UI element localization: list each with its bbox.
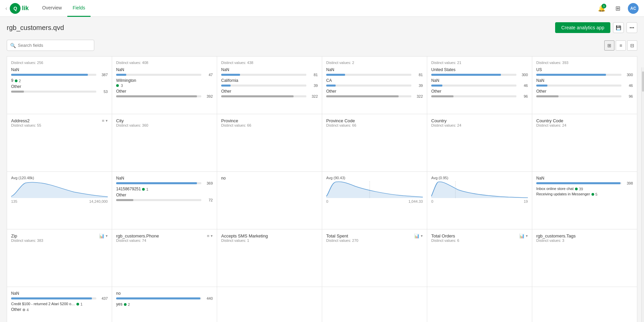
- field-distinct: Distinct values: 270: [326, 238, 358, 243]
- list-icon: ≡: [619, 43, 622, 48]
- field-card-empty-4: [532, 287, 637, 322]
- field-card-provincecode-top: Distinct values: 2 NaN 81 CA 39 Other: [322, 57, 427, 114]
- dist-range: 0 1,044.33: [326, 199, 423, 203]
- value-row: NaN 47: [116, 67, 213, 77]
- value-row: Wilmington 3: [116, 78, 213, 88]
- page-header-actions: Create analytics app 💾 •••: [555, 22, 637, 33]
- field-card-city-top: Distinct values: 408 NaN 47 Wilmington 3…: [112, 57, 217, 114]
- field-distinct: Distinct values: 55: [11, 123, 41, 127]
- field-card-note-values: NaN 437 Credit $100 - returned 2 Atari 5…: [7, 287, 112, 322]
- scrollbar-thumb[interactable]: [642, 71, 644, 92]
- value-row: United States 300: [431, 67, 528, 77]
- field-name: Province Code: [326, 118, 356, 123]
- tab-overview[interactable]: Overview: [37, 0, 67, 17]
- value-row: no 440: [116, 291, 213, 300]
- value-row: Other 96: [431, 89, 528, 98]
- field-distinct: Distinct values: 3: [536, 238, 576, 243]
- sort-icon[interactable]: ≡: [207, 233, 209, 238]
- value-row: NaN 437: [11, 291, 108, 300]
- field-distinct: Distinct values: 24: [431, 123, 461, 127]
- field-card-tags-header: rgb_customers.Tags Distinct values: 3: [532, 229, 637, 287]
- field-card-address2-header: Address2 Distinct values: 55 ≡ ▾: [7, 114, 112, 171]
- field-card-provincecode-header: Province Code Distinct values: 66: [322, 114, 427, 171]
- chart-icon[interactable]: 📊: [99, 233, 104, 238]
- field-distinct: Distinct values: 6: [431, 238, 459, 243]
- tab-fields[interactable]: Fields: [67, 0, 91, 17]
- chevron-down-icon[interactable]: ▾: [106, 234, 108, 238]
- create-analytics-app-button[interactable]: Create analytics app: [555, 22, 610, 33]
- chart-icon[interactable]: 📊: [519, 233, 524, 238]
- value-row: Inbox online store chat 39: [536, 187, 633, 191]
- field-card-totalspent-header: Total Spent Distinct values: 270 📊 ▾: [322, 229, 427, 287]
- scrollbar[interactable]: [641, 67, 644, 322]
- ellipsis-icon: •••: [630, 25, 634, 30]
- value-row: NaN 387: [11, 67, 108, 77]
- value-row: US 300: [536, 67, 633, 77]
- distribution-chart: [11, 181, 108, 198]
- field-card-address-top: Distinct values: 256 NaN 387 9 2 Other 5…: [7, 57, 112, 114]
- sort-icon[interactable]: ≡: [102, 118, 104, 123]
- field-card-taxexempt-values: no 440 yes 2: [112, 287, 217, 322]
- field-card-empty-1: [217, 287, 322, 322]
- distribution-chart: [431, 181, 528, 198]
- field-name: City: [116, 118, 148, 123]
- field-distinct: Distinct values: 66: [326, 123, 356, 127]
- chevron-down-icon[interactable]: ▾: [211, 234, 213, 238]
- notifications-button[interactable]: 🔔 1: [596, 2, 608, 14]
- field-card-phone-values: NaN 369 14158679251 1 Other 72: [112, 172, 217, 229]
- page-header: rgb_customers.qvd Create analytics app 💾…: [7, 22, 637, 33]
- avg-label: Avg (120.48k): [11, 176, 34, 180]
- save-button[interactable]: 💾: [613, 22, 624, 33]
- avg-label: Avg (0.95): [431, 176, 528, 180]
- value-row: NaN 46: [536, 78, 633, 88]
- apps-button[interactable]: ⊞: [612, 2, 624, 14]
- back-button[interactable]: ‹: [5, 5, 7, 11]
- field-card-zip-chart: Avg (120.48k) 135 14,240,000: [7, 172, 112, 229]
- field-distinct: Distinct values: 408: [116, 61, 213, 65]
- chevron-down-icon[interactable]: ▾: [106, 119, 108, 123]
- search-icon: 🔍: [10, 43, 16, 48]
- field-card-countrycode-top: Distinct values: 393 US 300 NaN 46 Other: [532, 57, 637, 114]
- field-card-phone-header: rgb_customers.Phone Distinct values: 74 …: [112, 229, 217, 287]
- dist-range: 0 19: [431, 199, 528, 203]
- search-input[interactable]: [7, 40, 94, 51]
- field-name: Province: [221, 118, 251, 123]
- list-view-button[interactable]: ≡: [616, 40, 626, 51]
- table-icon: ⊟: [630, 43, 634, 48]
- user-avatar[interactable]: AC: [628, 3, 639, 14]
- field-distinct: Distinct values: 24: [536, 123, 566, 127]
- field-card-empty-2: [322, 287, 427, 322]
- qlik-wordmark: lik: [22, 5, 29, 12]
- logo-area: ‹ Q lik: [5, 3, 29, 14]
- value-row: 14158679251 1: [116, 187, 213, 192]
- value-row: Other 392: [116, 89, 213, 98]
- field-card-totalorders-chart: Avg (0.95) 0 19: [427, 172, 532, 229]
- value-row: no: [221, 176, 318, 181]
- field-distinct: Distinct values: 21: [431, 61, 528, 65]
- table-view-button[interactable]: ⊟: [627, 40, 637, 51]
- field-name: rgb_customers.Tags: [536, 233, 576, 238]
- chart-icon[interactable]: 📊: [414, 233, 419, 238]
- value-row: Other 72: [116, 193, 213, 202]
- chevron-down-icon[interactable]: ▾: [526, 234, 528, 238]
- field-distinct: Distinct values: 438: [221, 61, 318, 65]
- chevron-down-icon[interactable]: ▾: [421, 234, 423, 238]
- search-input-wrap: 🔍: [7, 40, 94, 51]
- more-options-button[interactable]: •••: [626, 22, 637, 33]
- field-distinct: Distinct values: 393: [536, 61, 633, 65]
- field-card-country-header: Country Distinct values: 24: [427, 114, 532, 171]
- field-name: Zip: [11, 233, 43, 238]
- value-row: 9 2: [11, 78, 108, 84]
- field-card-province-header: Province Distinct values: 66: [217, 114, 322, 171]
- value-row: Other 53: [11, 84, 108, 94]
- field-distinct: Distinct values: 383: [11, 238, 43, 243]
- qlik-logo: Q lik: [10, 3, 29, 14]
- avg-label: Avg (90.43): [326, 176, 423, 180]
- field-name: rgb_customers.Phone: [116, 233, 159, 238]
- value-row: yes 2: [116, 302, 213, 307]
- field-card-sms-header: Accepts SMS Marketing Distinct values: 1: [217, 229, 322, 287]
- grid-view-button[interactable]: ⊞: [604, 40, 614, 51]
- field-distinct: Distinct values: 2: [326, 61, 423, 65]
- view-toggles: ⊞ ≡ ⊟: [604, 40, 637, 51]
- value-row: Other 322: [326, 89, 423, 98]
